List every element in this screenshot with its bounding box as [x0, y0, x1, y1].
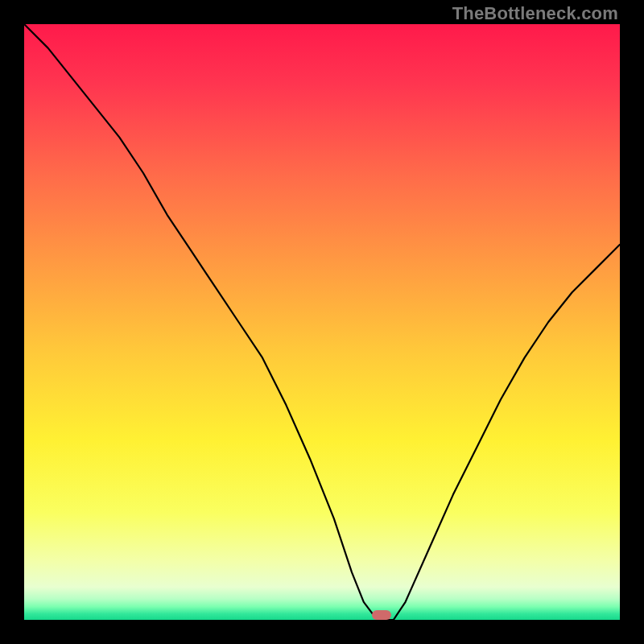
watermark-text: TheBottleneck.com: [452, 3, 618, 24]
bottleneck-curve: [24, 24, 620, 620]
plot-area: [24, 24, 620, 620]
chart-frame: TheBottleneck.com: [0, 0, 644, 644]
optimal-marker: [372, 610, 391, 620]
